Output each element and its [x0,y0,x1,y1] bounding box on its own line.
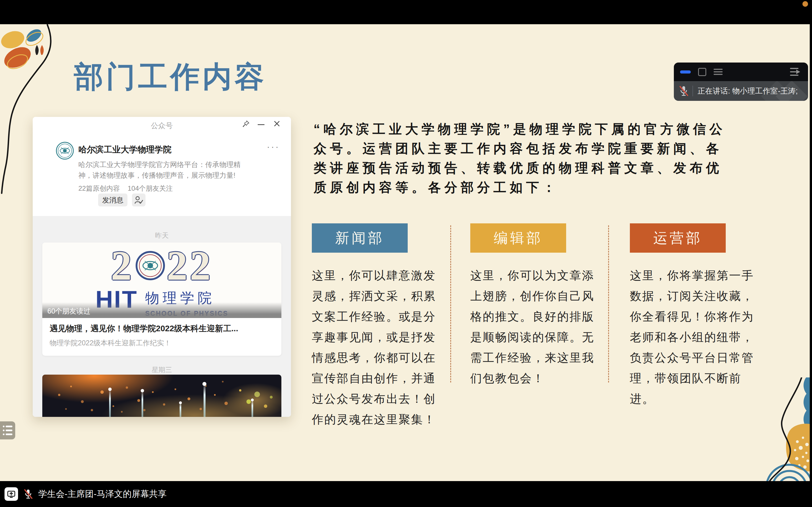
followed-button[interactable] [132,193,146,207]
year-digit: 2 [111,243,134,288]
slide-list-toggle-button[interactable] [0,421,15,439]
account-avatar [56,142,74,160]
account-name: 哈尔滨工业大学物理学院 [79,144,171,156]
speaking-banner: 正在讲话: 物小理工作室-王涛; [674,81,808,101]
dashed-divider [450,225,451,383]
meeting-overlay-toolbar [674,62,808,81]
intro-paragraph: “哈尔滨工业大学物理学院”是物理学院下属的官方微信公众号。运营团队主要工作内容包… [313,119,728,197]
dashed-divider [608,225,609,383]
wechat-window-title: 公众号 [33,121,291,131]
recording-indicator-dot [802,1,808,7]
speaking-text: 正在讲话: 物小理工作室-王涛; [698,86,798,96]
meeting-overlay: 正在讲话: 物小理工作室-王涛; [674,62,808,101]
minimize-icon[interactable] [258,124,264,125]
account-stats: 22篇原创内容104个朋友关注 [79,184,181,193]
article-card[interactable]: 2 22 HIT 物理学院 SCHOOL OF PHYSICS [42,242,282,356]
dept-desc-ops: 这里，你将掌握第一手数据，订阅关注收藏，你全看得见！你将作为老师和各小组的纽带，… [630,265,759,409]
share-status-text: 学生会-主席团-马泽文的屏幕共享 [38,488,167,500]
mic-muted-icon [678,85,689,97]
dept-box-news: 新闻部 [312,223,408,252]
dept-desc-news: 这里，你可以肆意激发灵感，挥洒文采，积累文案工作经验。或是分享趣事见闻，或是抒发… [312,265,441,430]
article-subtitle: 物理学院2022级本科生迎新工作纪实！ [50,338,275,348]
mic-muted-icon [23,488,33,500]
minimize-pill-icon[interactable] [680,70,691,73]
year-digits: 22 [167,243,213,288]
screen-share-bar: 学生会-主席团-马泽文的屏幕共享 [0,481,812,507]
friends-read-badge: 60个朋友读过 [42,302,282,318]
person-check-icon [134,196,143,204]
stat-original: 22篇原创内容 [79,184,120,192]
particle-wave-image [42,375,282,417]
account-description: 哈尔滨工业大学物理学院官方网络平台：传承物理精神，讲述物理故事，传播物理声音，展… [79,159,245,180]
more-button[interactable]: ··· [267,141,280,152]
day-label-wednesday: 星期三 [33,365,291,374]
screen-share-icon [4,487,18,501]
stat-followers: 104个朋友关注 [128,184,173,192]
dept-desc-edit: 这里，你可以为文章添上翅膀，创作你自己风格的推文。良好的排版是顺畅阅读的保障。无… [470,265,599,389]
page-title: 部门工作内容 [74,57,267,97]
screen: { "colors": { "slide_background": "#f7f0… [0,0,812,507]
hit-physics-logo-icon [136,251,165,280]
cover-year: 2 22 [42,243,282,288]
pin-icon[interactable] [243,120,250,128]
dept-box-edit: 编辑部 [470,223,566,252]
article-image-particles[interactable] [42,375,282,417]
send-message-button[interactable]: 发消息 [98,193,128,207]
decorative-shapes-bottom-right [761,378,810,481]
day-label-yesterday: 昨天 [33,231,291,240]
divider [693,86,693,96]
collapse-panel-icon[interactable] [790,67,802,77]
monitor-arrow-icon [6,489,16,499]
close-icon[interactable] [273,120,280,127]
article-title: 遇见物理，遇见你！物理学院2022级本科生迎新工... [50,323,275,334]
restore-window-icon[interactable] [698,68,706,76]
list-icon [2,424,13,437]
dept-box-ops: 运营部 [630,223,726,252]
wechat-account-window: 公众号 哈尔滨工业大学物理学院 ··· 哈尔滨工业大学物理学院官方网络平台：传承… [33,117,291,417]
menu-list-icon[interactable] [714,69,723,75]
